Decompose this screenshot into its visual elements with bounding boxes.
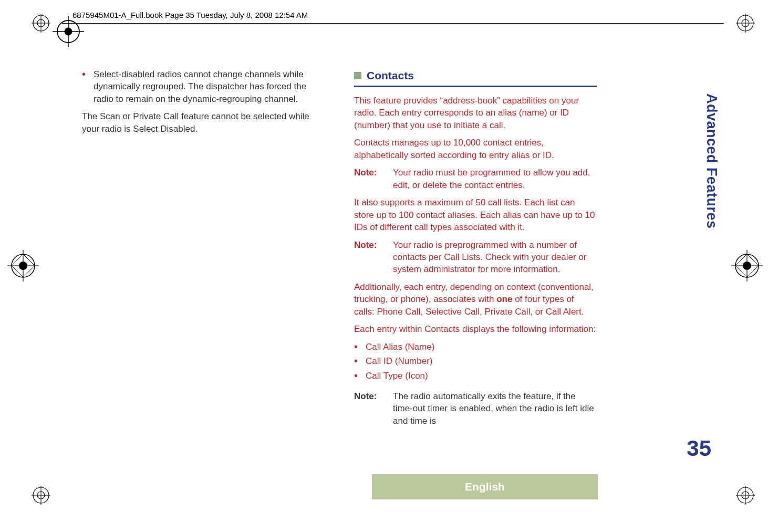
list-item-text: Call Type (Icon) bbox=[366, 370, 428, 382]
side-tab: Advanced Features bbox=[701, 93, 722, 304]
list-item: • Call Alias (Name) bbox=[354, 341, 597, 353]
print-mark-icon bbox=[32, 14, 50, 33]
paragraph: Additionally, each entry, depending on c… bbox=[354, 281, 597, 318]
left-bullet-item: • Select-disabled radios cannot change c… bbox=[82, 68, 325, 105]
list-item: • Call Type (Icon) bbox=[354, 370, 597, 382]
footer-language-label: English bbox=[465, 481, 505, 493]
paragraph: It also supports a maximum of 50 call li… bbox=[354, 196, 597, 233]
section-title: Contacts bbox=[367, 68, 414, 84]
list-item-text: Call ID (Number) bbox=[366, 355, 433, 367]
list-item-text: Call Alias (Name) bbox=[366, 341, 434, 353]
bullet-icon: • bbox=[82, 68, 94, 105]
note-label: Note: bbox=[354, 239, 393, 276]
bullet-icon: • bbox=[354, 370, 366, 382]
section-rule bbox=[354, 86, 597, 87]
note-label: Note: bbox=[354, 166, 393, 191]
note-body: Your radio is preprogrammed with a numbe… bbox=[393, 239, 597, 276]
header-meta-text: 6875945M01-A_Full.book Page 35 Tuesday, … bbox=[72, 11, 308, 19]
registration-mark-icon bbox=[7, 250, 39, 281]
page-number: 35 bbox=[687, 436, 711, 461]
note-body: Your radio must be programmed to allow y… bbox=[393, 166, 597, 191]
left-paragraph: The Scan or Private Call feature cannot … bbox=[82, 110, 325, 135]
paragraph: This feature provides “address-book” cap… bbox=[354, 95, 597, 131]
bullet-icon: • bbox=[354, 341, 366, 353]
paragraph: Contacts manages up to 10,000 contact en… bbox=[354, 137, 597, 161]
registration-mark-icon bbox=[53, 16, 74, 37]
registration-mark-icon bbox=[731, 250, 763, 281]
print-mark-icon bbox=[32, 486, 50, 505]
note-block: Note: The radio automatically exits the … bbox=[354, 390, 597, 427]
print-mark-icon bbox=[736, 486, 755, 505]
print-mark-icon bbox=[736, 14, 755, 33]
note-label: Note: bbox=[354, 390, 393, 427]
side-tab-label: Advanced Features bbox=[703, 93, 720, 229]
left-column: • Select-disabled radios cannot change c… bbox=[82, 68, 325, 432]
crop-rule-top bbox=[62, 23, 724, 24]
content-columns: • Select-disabled radios cannot change c… bbox=[82, 68, 597, 432]
note-body: The radio automatically exits the featur… bbox=[393, 390, 597, 427]
right-column: Contacts This feature provides “address-… bbox=[354, 68, 597, 432]
note-block: Note: Your radio must be programmed to a… bbox=[354, 166, 597, 191]
page-root: 6875945M01-A_Full.book Page 35 Tuesday, … bbox=[0, 0, 768, 532]
paragraph-bold: one bbox=[496, 294, 512, 304]
section-heading: Contacts bbox=[354, 68, 597, 84]
paragraph: Each entry within Contacts displays the … bbox=[354, 323, 597, 335]
note-block: Note: Your radio is preprogrammed with a… bbox=[354, 239, 597, 276]
section-square-icon bbox=[354, 72, 361, 79]
list-item: • Call ID (Number) bbox=[354, 355, 597, 367]
footer-language-bar: English bbox=[372, 474, 598, 499]
left-bullet-text: Select-disabled radios cannot change cha… bbox=[94, 68, 325, 105]
bullet-icon: • bbox=[354, 355, 366, 367]
